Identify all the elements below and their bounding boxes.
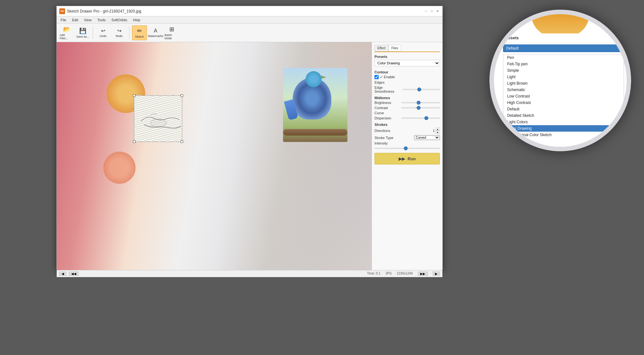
directions-spinner: ▲ ▼ <box>435 127 440 134</box>
brightness-thumb[interactable] <box>417 101 421 105</box>
close-button[interactable]: ✕ <box>435 9 440 14</box>
content-area: Effect Files Presets Default Pen Light C… <box>57 42 442 270</box>
status-format: JPG <box>385 272 392 276</box>
preset-item-detailed[interactable]: Detailed Sketch <box>503 112 624 119</box>
panel-tabs: Effect Files <box>374 45 440 52</box>
intensity-slider-thumb[interactable] <box>404 146 408 150</box>
dispersion-label: Dispersion <box>374 116 391 120</box>
minimize-button[interactable]: ─ <box>424 9 428 14</box>
tab-effect[interactable]: Effect <box>374 45 388 51</box>
preset-item-light-colors[interactable]: Light Colors <box>503 119 624 125</box>
bird-beak <box>321 76 326 79</box>
selection-handle-tl[interactable] <box>133 94 136 97</box>
presets-select[interactable]: Default Pen Light Color Drawing <box>374 60 440 66</box>
redo-button[interactable]: ↪ Redo <box>112 25 127 40</box>
menu-softorbits[interactable]: SoftOrbits <box>109 17 130 23</box>
sketch-button[interactable]: ✏ Sketch <box>132 25 147 40</box>
undo-button[interactable]: ↩ Undo <box>96 25 110 40</box>
status-nav-next[interactable]: ▶▶ <box>418 272 428 276</box>
preset-item-light[interactable]: Light <box>503 74 624 80</box>
magnifier-preset-list: Pen Felt-Tip pen Simple Light Light Brow… <box>503 54 624 151</box>
bird-branch <box>283 129 347 135</box>
menu-help[interactable]: Help <box>130 17 143 23</box>
batch-mode-button[interactable]: ⊞ Batch Mode <box>164 25 179 40</box>
magnifier-content: Presets Default ▼ Pen Felt-Tip pen Simpl… <box>500 33 627 147</box>
magnifier-preset-dropdown[interactable]: Default ▼ <box>503 44 624 52</box>
preset-item-schematic[interactable]: Schematic <box>503 87 624 93</box>
directions-value: 1 <box>433 129 435 133</box>
title-bar: SD Sketch Drawer Pro - girl-2189247_1920… <box>57 6 442 16</box>
preset-item-default[interactable]: Default <box>503 106 624 112</box>
brightness-row: Brightness <box>374 101 440 105</box>
run-label: Run <box>408 156 416 161</box>
magnifier: Presets Default ▼ Pen Felt-Tip pen Simpl… <box>489 10 631 151</box>
status-nav-end[interactable]: ▶ <box>433 272 440 276</box>
preset-item-pen[interactable]: Pen <box>503 54 624 61</box>
bird-image <box>283 68 347 142</box>
add-files-button[interactable]: 📂 Add Files... <box>59 25 74 40</box>
app-window: SD Sketch Drawer Pro - girl-2189247_1920… <box>56 6 443 270</box>
title-bar-left: SD Sketch Drawer Pro - girl-2189247_1920… <box>59 8 141 14</box>
menu-edit[interactable]: Edit <box>70 17 81 23</box>
menu-tools[interactable]: Tools <box>95 17 108 23</box>
preset-item-light-brown[interactable]: Light Brown <box>503 80 624 87</box>
directions-down[interactable]: ▼ <box>435 131 440 134</box>
dispersion-thumb[interactable] <box>424 116 428 120</box>
contrast-slider[interactable] <box>401 107 440 108</box>
status-bar: ◀ ◀◀ Time: 0.1 JPG 2190x1246 ▶▶ ▶ <box>57 270 442 277</box>
preset-item-low-contrast[interactable]: Low Contrast <box>503 93 624 99</box>
contrast-row: Contrast <box>374 106 440 110</box>
canvas-area[interactable] <box>57 42 372 270</box>
edge-smoothness-slider[interactable] <box>402 89 440 90</box>
sketch-selection[interactable] <box>134 95 182 142</box>
status-time: Time: 0.1 <box>367 272 380 276</box>
intensity-row: Intensity <box>374 141 440 145</box>
contrast-thumb[interactable] <box>417 106 421 110</box>
preset-item-color-drawing[interactable]: Color Drawing <box>503 125 624 132</box>
selection-handle-bl[interactable] <box>133 140 136 143</box>
run-button[interactable]: ▶▶ Run <box>374 153 440 164</box>
dispersion-row: Dispersion <box>374 116 440 120</box>
dispersion-slider[interactable] <box>401 117 440 119</box>
preset-item-simple[interactable]: Simple <box>503 67 624 74</box>
sketch-svg <box>134 96 182 142</box>
midtones-header: Midtones <box>374 96 440 100</box>
selection-handle-br[interactable] <box>181 140 183 143</box>
tab-files[interactable]: Files <box>388 45 401 51</box>
preset-item-expressive[interactable]: Expressive <box>503 138 624 145</box>
stroke-type-select[interactable]: Curved Straight <box>414 135 440 140</box>
status-nav-prev[interactable]: ◀◀ <box>69 272 79 276</box>
edges-row: Edges <box>374 80 440 84</box>
preset-item-pastel[interactable]: Pastel <box>503 151 624 151</box>
midtones-section: Midtones Brightness Contrast Curve <box>374 96 440 120</box>
edges-label: Edges <box>374 80 384 84</box>
curve-label: Curve <box>374 111 384 115</box>
brightness-slider[interactable] <box>401 102 440 103</box>
directions-up[interactable]: ▲ <box>435 127 440 131</box>
preset-item-popart[interactable]: Pop Art <box>503 145 624 151</box>
maximize-button[interactable]: □ <box>430 9 434 14</box>
directions-label: Directions <box>374 129 390 133</box>
stroke-type-label: Stroke Type <box>374 136 393 140</box>
menu-view[interactable]: View <box>81 17 94 23</box>
svg-point-0 <box>150 119 166 127</box>
window-controls: ─ □ ✕ <box>424 9 440 14</box>
edge-smoothness-label: Edge Smoothness <box>374 86 402 93</box>
intensity-slider-track[interactable] <box>374 148 440 149</box>
watermarks-button[interactable]: A Watermarks <box>148 25 163 40</box>
preset-item-professional[interactable]: Professional Color Sketch <box>503 132 624 138</box>
selection-handle-tr[interactable] <box>181 94 183 97</box>
curve-row: Curve <box>374 111 440 115</box>
intensity-slider-container <box>374 146 440 150</box>
preset-item-high-contrast[interactable]: High Contrast <box>503 99 624 106</box>
enable-label: ✓ Enable <box>380 75 395 79</box>
enable-checkbox[interactable] <box>374 75 379 79</box>
menu-file[interactable]: File <box>58 17 69 23</box>
status-nav-back[interactable]: ◀ <box>59 272 66 276</box>
save-button[interactable]: 💾 Save as... <box>75 25 90 40</box>
batch-icon: ⊞ <box>169 26 174 33</box>
preset-item-felttip[interactable]: Felt-Tip pen <box>503 61 624 67</box>
right-panel: Effect Files Presets Default Pen Light C… <box>372 42 442 270</box>
enable-checkbox-row: ✓ Enable <box>374 75 440 79</box>
edge-smoothness-thumb[interactable] <box>417 88 421 91</box>
